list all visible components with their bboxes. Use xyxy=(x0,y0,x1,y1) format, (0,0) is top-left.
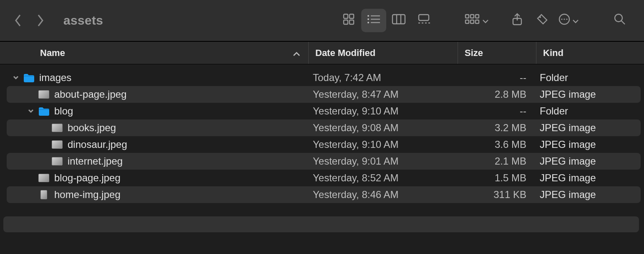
svg-rect-0 xyxy=(344,14,348,18)
svg-rect-13 xyxy=(419,15,429,20)
column-headers: Name Date Modified Size Kind xyxy=(0,42,644,64)
share-button[interactable] xyxy=(505,9,530,32)
table-row[interactable]: internet.jpegYesterday, 9:01 AM2.1 MBJPE… xyxy=(7,153,641,170)
svg-rect-19 xyxy=(470,15,474,18)
file-list: imagesToday, 7:42 AM--Folderabout-page.j… xyxy=(0,64,644,203)
image-thumbnail-icon xyxy=(51,140,63,150)
file-size: -- xyxy=(458,72,536,84)
svg-rect-18 xyxy=(465,15,469,18)
folder-icon xyxy=(38,106,50,116)
table-row[interactable]: dinosaur.jpegYesterday, 9:10 AM3.6 MBJPE… xyxy=(7,136,641,153)
header-name[interactable]: Name xyxy=(0,42,309,64)
disclosure-triangle[interactable] xyxy=(10,72,22,84)
file-size: 3.2 MB xyxy=(458,122,536,134)
file-kind: JPEG image xyxy=(536,139,641,150)
grid-icon xyxy=(342,13,355,28)
table-row[interactable]: home-img.jpegYesterday, 8:46 AM311 KBJPE… xyxy=(7,186,641,203)
file-name: about-page.jpeg xyxy=(54,89,126,100)
back-button[interactable] xyxy=(8,10,29,31)
file-name: blog-page.jpeg xyxy=(54,172,121,184)
svg-rect-1 xyxy=(350,14,354,18)
sort-ascending-icon xyxy=(292,49,301,57)
view-list-button[interactable] xyxy=(361,9,386,32)
file-kind: Folder xyxy=(536,105,641,117)
file-kind: JPEG image xyxy=(536,172,641,184)
svg-point-31 xyxy=(615,14,622,22)
window-title: assets xyxy=(63,13,103,28)
columns-icon xyxy=(392,14,406,27)
file-size: 1.5 MB xyxy=(458,172,536,184)
image-thumbnail-icon xyxy=(38,89,50,99)
table-row[interactable]: blogYesterday, 9:10 AM--Folder xyxy=(7,103,641,119)
file-kind: JPEG image xyxy=(536,155,641,167)
action-menu-button[interactable] xyxy=(555,9,582,32)
svg-point-26 xyxy=(539,16,541,18)
header-date-modified[interactable]: Date Modified xyxy=(309,42,458,64)
file-name: dinosaur.jpeg xyxy=(68,139,127,150)
search-button[interactable] xyxy=(607,9,632,32)
svg-rect-20 xyxy=(475,15,479,18)
view-gallery-button[interactable] xyxy=(411,9,436,32)
file-date: Today, 7:42 AM xyxy=(309,72,458,84)
file-size: -- xyxy=(458,105,536,117)
view-switcher xyxy=(336,9,436,32)
file-date: Yesterday, 8:47 AM xyxy=(309,89,458,100)
path-bar[interactable] xyxy=(3,216,639,232)
group-icon xyxy=(465,14,480,27)
file-name: blog xyxy=(54,105,73,117)
forward-button[interactable] xyxy=(29,10,51,31)
file-size: 2.1 MB xyxy=(458,155,536,167)
view-columns-button[interactable] xyxy=(386,9,411,32)
table-row[interactable]: books.jpegYesterday, 9:08 AM3.2 MBJPEG i… xyxy=(7,119,641,136)
file-date: Yesterday, 9:08 AM xyxy=(309,122,458,134)
file-date: Yesterday, 9:10 AM xyxy=(309,105,458,117)
file-kind: JPEG image xyxy=(536,89,641,100)
file-date: Yesterday, 8:46 AM xyxy=(309,189,458,201)
table-row[interactable]: imagesToday, 7:42 AM--Folder xyxy=(7,69,641,86)
header-size[interactable]: Size xyxy=(458,42,536,64)
image-thumbnail-icon xyxy=(51,156,63,166)
table-row[interactable]: about-page.jpegYesterday, 8:47 AM2.8 MBJ… xyxy=(7,86,641,103)
file-name: home-img.jpeg xyxy=(54,189,121,201)
chevron-down-icon xyxy=(482,15,489,26)
file-name: internet.jpeg xyxy=(68,155,123,167)
svg-rect-10 xyxy=(392,15,405,24)
file-date: Yesterday, 8:52 AM xyxy=(309,172,458,184)
toolbar: assets xyxy=(0,0,644,42)
image-thumbnail-icon xyxy=(38,190,50,200)
share-icon xyxy=(511,13,523,28)
svg-point-28 xyxy=(561,18,562,20)
group-by-button[interactable] xyxy=(461,9,492,32)
file-kind: JPEG image xyxy=(536,189,641,201)
svg-point-4 xyxy=(367,15,369,17)
file-kind: Folder xyxy=(536,72,641,84)
gallery-icon xyxy=(417,14,431,27)
file-name: images xyxy=(39,72,71,84)
file-date: Yesterday, 9:01 AM xyxy=(309,155,458,167)
svg-line-32 xyxy=(621,21,625,24)
file-size: 3.6 MB xyxy=(458,139,536,150)
ellipsis-circle-icon xyxy=(558,13,571,28)
view-icons-button[interactable] xyxy=(336,9,361,32)
svg-rect-23 xyxy=(475,20,479,23)
file-date: Yesterday, 9:10 AM xyxy=(309,139,458,150)
file-name: books.jpeg xyxy=(68,122,116,134)
file-size: 2.8 MB xyxy=(458,89,536,100)
svg-rect-22 xyxy=(470,20,474,23)
image-thumbnail-icon xyxy=(51,123,63,133)
image-thumbnail-icon xyxy=(38,173,50,183)
svg-rect-3 xyxy=(350,20,354,24)
header-kind[interactable]: Kind xyxy=(536,42,644,64)
search-icon xyxy=(614,13,626,28)
tags-button[interactable] xyxy=(530,9,555,32)
file-size: 311 KB xyxy=(458,189,536,201)
table-row[interactable]: blog-page.jpegYesterday, 8:52 AM1.5 MBJP… xyxy=(7,170,641,186)
svg-point-8 xyxy=(367,22,369,23)
file-kind: JPEG image xyxy=(536,122,641,134)
svg-rect-2 xyxy=(344,20,348,24)
folder-icon xyxy=(23,73,35,83)
tag-icon xyxy=(536,13,548,28)
chevron-down-icon xyxy=(572,15,579,26)
list-icon xyxy=(367,14,381,27)
disclosure-triangle[interactable] xyxy=(25,105,37,117)
